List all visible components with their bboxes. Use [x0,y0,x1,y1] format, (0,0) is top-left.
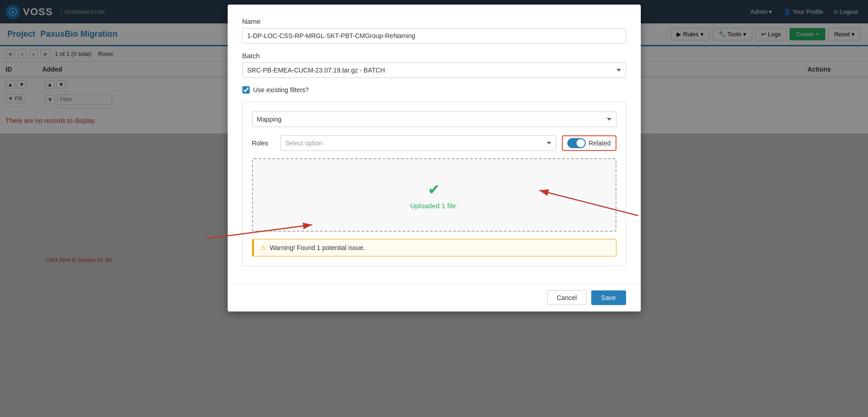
toggle-thumb [577,139,585,147]
cancel-button[interactable]: Cancel [547,290,587,305]
related-toggle[interactable] [567,138,586,148]
batch-select[interactable]: SRC-PB-EMEA-CUCM-23.07.19.tar.gz - BATCH [242,62,626,78]
modal-footer: Cancel Save [228,284,641,311]
modal-body: Name Batch SRC-PB-EMEA-CUCM-23.07.19.tar… [228,5,641,284]
roles-label: Roles [252,139,275,147]
name-input[interactable] [242,28,626,44]
related-label: Related [588,139,610,147]
mapping-section: Mapping Roles Select option [242,102,626,266]
use-existing-filters-label: Use existing filters? [253,86,309,94]
warning-icon: ⚠ [260,244,266,251]
warning-text: Warning! Found 1 potential issue. [269,244,365,251]
mapping-select[interactable]: Mapping [252,111,616,127]
use-existing-filters-checkbox[interactable] [242,86,250,94]
name-label: Name [242,17,626,25]
roles-select-wrap: Select option [280,135,557,151]
warning-box: ⚠ Warning! Found 1 potential issue. [252,239,616,256]
related-toggle-wrap: Related [562,135,616,151]
roles-row: Roles Select option Related [252,135,616,151]
upload-checkmark-icon: ✔ [428,181,440,198]
upload-status-text: Uploaded 1 file. [410,202,458,210]
use-filters-group: Use existing filters? [242,86,626,94]
name-group: Name [242,17,626,44]
batch-label: Batch [242,52,626,60]
save-button[interactable]: Save [591,290,626,305]
modal-overlay: Name Batch SRC-PB-EMEA-CUCM-23.07.19.tar… [0,0,868,417]
roles-select[interactable]: Select option [280,135,557,151]
batch-group: Batch SRC-PB-EMEA-CUCM-23.07.19.tar.gz -… [242,52,626,78]
mapping-group: Mapping [252,111,616,127]
upload-area[interactable]: ✔ Uploaded 1 file. [252,158,616,232]
modal: Name Batch SRC-PB-EMEA-CUCM-23.07.19.tar… [228,5,641,311]
